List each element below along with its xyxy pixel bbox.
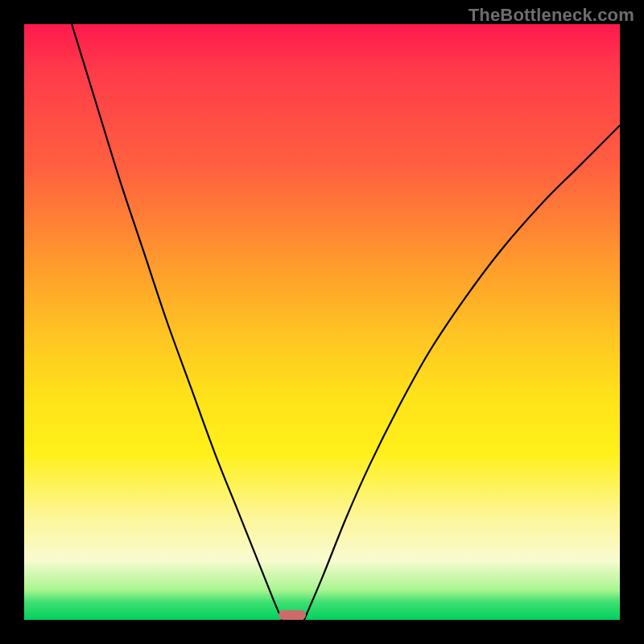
watermark-text: TheBottleneck.com (469, 5, 634, 26)
curves-svg (24, 24, 620, 620)
bottleneck-marker (279, 610, 306, 620)
curve-left (72, 24, 282, 620)
curve-right (304, 126, 620, 620)
plot-area (24, 24, 620, 620)
chart-frame: TheBottleneck.com (0, 0, 644, 644)
